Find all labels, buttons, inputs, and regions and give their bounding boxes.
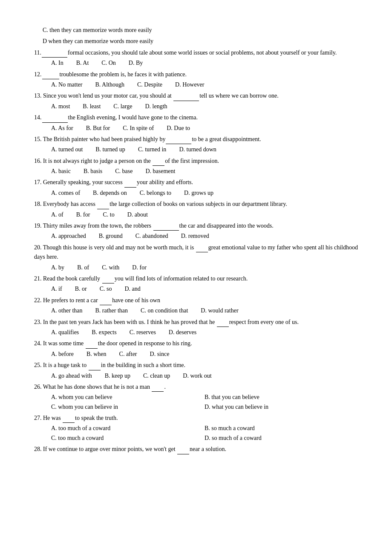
q20-blank <box>196 252 208 252</box>
q18-text: 18. Everybody has access the large colle… <box>34 199 358 209</box>
q24-opt-b[interactable]: B. when <box>86 350 107 359</box>
q26-blank <box>152 391 164 392</box>
q27-opt-c[interactable]: C. too much a coward <box>51 434 205 443</box>
q16-opt-c[interactable]: C. base <box>115 167 133 176</box>
q16-opt-d[interactable]: D. basement <box>145 167 175 176</box>
q25-opt-a[interactable]: A. go ahead with <box>51 371 92 381</box>
q20-opt-c[interactable]: C. with <box>102 263 119 272</box>
q23-options: A. qualifies B. expects C. reserves D. d… <box>34 328 358 337</box>
q18-opt-a[interactable]: A. of <box>51 210 63 220</box>
q14-opt-c[interactable]: C. In spite of <box>123 124 154 133</box>
q13-blank <box>173 101 199 101</box>
q15-opt-d[interactable]: D. turned down <box>179 145 216 154</box>
q19-opt-d[interactable]: D. removed <box>181 231 209 241</box>
q15-opt-b[interactable]: B. turned up <box>95 145 125 154</box>
q17-opt-d[interactable]: D. grows up <box>184 188 213 198</box>
q14-text: 14.the English evening, I would have gon… <box>34 113 358 122</box>
q23-opt-d[interactable]: D. deserves <box>169 328 196 337</box>
line-c-text: C. then they can memorize words more eas… <box>34 26 358 35</box>
question-21: 21. Read the book carefully you will fin… <box>34 274 358 294</box>
q23-opt-a[interactable]: A. qualifies <box>51 328 79 337</box>
q11-text: 11.formal occasions, you should tale abo… <box>34 48 358 58</box>
q25-opt-b[interactable]: B. keep up <box>105 371 130 381</box>
q24-opt-d[interactable]: D. since <box>150 350 170 359</box>
q11-opt-a[interactable]: A. In <box>51 58 63 68</box>
q12-opt-b[interactable]: B. Although <box>95 80 124 90</box>
q17-blank <box>124 187 136 188</box>
q24-opt-a[interactable]: A. before <box>51 350 74 359</box>
q27-opt-b[interactable]: B. so much a coward <box>205 424 358 433</box>
q18-opt-b[interactable]: B. for <box>76 210 90 220</box>
q11-opt-b[interactable]: B. At <box>76 58 89 68</box>
q19-opt-a[interactable]: A. approached <box>51 231 86 241</box>
q17-opt-a[interactable]: A. comes of <box>51 188 80 198</box>
q27-opt-a[interactable]: A. too much of a coward <box>51 424 205 433</box>
q19-text: 19. Thirty miles away from the town, the… <box>34 221 358 231</box>
q25-opt-c[interactable]: C. clean up <box>143 371 170 381</box>
q11-opt-d[interactable]: D. By <box>129 58 143 68</box>
q19-opt-c[interactable]: C. abandoned <box>135 231 168 241</box>
q15-opt-c[interactable]: C. turned in <box>138 145 167 154</box>
q24-opt-c[interactable]: C. after <box>119 350 137 359</box>
q13-opt-b[interactable]: B. least <box>83 102 101 111</box>
q12-opt-a[interactable]: A. No matter <box>51 80 82 90</box>
q21-text: 21. Read the book carefully you will fin… <box>34 274 358 283</box>
q16-opt-a[interactable]: A. basic <box>51 167 71 176</box>
q20-opt-d[interactable]: D. for <box>132 263 146 272</box>
q15-text: 15. The British painter who had been pra… <box>34 135 358 144</box>
q24-blank <box>86 348 98 349</box>
q13-opt-c[interactable]: C. large <box>113 102 132 111</box>
q22-opt-b[interactable]: B. rather than <box>95 306 128 315</box>
q22-opt-d[interactable]: D. would rather <box>201 306 238 315</box>
question-28: 28. If we continue to argue over minor p… <box>34 445 358 454</box>
q20-opt-b[interactable]: B. of <box>77 263 89 272</box>
line-c: C. then they can memorize words more eas… <box>34 26 358 35</box>
q17-opt-c[interactable]: C. belongs to <box>140 188 171 198</box>
q14-blank <box>42 122 68 123</box>
q14-opt-d[interactable]: D. Due to <box>167 124 190 133</box>
q26-opt-d[interactable]: D. what you can believe in <box>205 402 358 412</box>
q14-opt-b[interactable]: B. But for <box>86 124 110 133</box>
q22-opt-a[interactable]: A. other than <box>51 306 82 315</box>
q13-opt-a[interactable]: A. most <box>51 102 70 111</box>
q26-opt-b[interactable]: B. that you can believe <box>205 393 358 402</box>
q17-options: A. comes of B. depends on C. belongs to … <box>34 188 358 198</box>
q18-options: A. of B. for C. to D. about <box>34 210 358 220</box>
q21-blank <box>102 283 114 283</box>
q26-opt-a[interactable]: A. whom you can believe <box>51 393 205 402</box>
q12-opt-d[interactable]: D. However <box>175 80 204 90</box>
q12-blank <box>42 79 59 79</box>
q13-opt-d[interactable]: D. length <box>145 102 167 111</box>
q11-opt-c[interactable]: C. On <box>101 58 115 68</box>
q21-opt-c[interactable]: C. so <box>100 284 112 294</box>
q23-opt-c[interactable]: C. reserves <box>130 328 156 337</box>
q26-text: 26. What he has done shows that he is no… <box>34 382 358 392</box>
q27-opt-d[interactable]: D. so much of a coward <box>205 434 358 443</box>
q19-opt-b[interactable]: B. ground <box>99 231 123 241</box>
q21-opt-b[interactable]: B. or <box>75 284 87 294</box>
question-23: 23. In the past ten years Jack has been … <box>34 318 358 338</box>
q16-blank <box>153 165 164 166</box>
q16-opt-b[interactable]: B. basis <box>84 167 102 176</box>
q20-opt-a[interactable]: A. by <box>51 263 64 272</box>
q12-opt-c[interactable]: C. Despite <box>137 80 162 90</box>
q14-opt-a[interactable]: A. As for <box>51 124 73 133</box>
q21-opt-a[interactable]: A. if <box>51 284 62 294</box>
q18-opt-c[interactable]: C. to <box>103 210 114 220</box>
q26-opt-c[interactable]: C. whom you can believe in <box>51 402 205 412</box>
q25-opt-d[interactable]: D. work out <box>183 371 211 381</box>
q23-opt-b[interactable]: B. expects <box>92 328 116 337</box>
q17-opt-b[interactable]: B. depends on <box>93 188 127 198</box>
q27-options: A. too much of a coward B. so much a cow… <box>34 424 358 443</box>
q18-opt-d[interactable]: D. about <box>127 210 148 220</box>
exam-content: C. then they can memorize words more eas… <box>34 26 358 454</box>
q15-opt-a[interactable]: A. turned out <box>51 145 83 154</box>
q19-options: A. approached B. ground C. abandoned D. … <box>34 231 358 241</box>
q25-text: 25. It is a huge task to in the building… <box>34 361 358 370</box>
q21-options: A. if B. or C. so D. and <box>34 284 358 294</box>
question-16: 16. It is not always right to judge a pe… <box>34 156 358 176</box>
line-d: D when they can memorize words more easi… <box>34 37 358 46</box>
q21-opt-d[interactable]: D. and <box>124 284 140 294</box>
q22-opt-c[interactable]: C. on condition that <box>141 306 188 315</box>
question-17: 17. Generally speaking, your success you… <box>34 178 358 198</box>
